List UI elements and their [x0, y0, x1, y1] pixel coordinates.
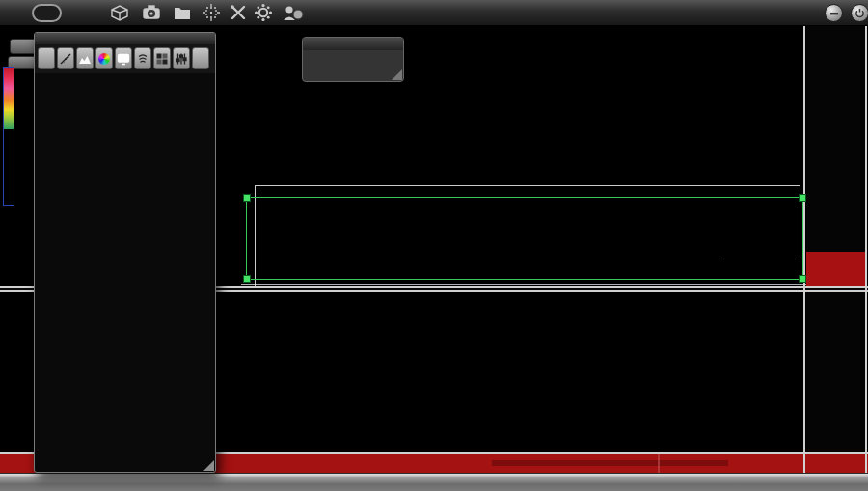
minimize-button[interactable] [825, 4, 843, 22]
sliders-icon[interactable] [173, 47, 190, 69]
blocks-icon[interactable] [153, 47, 171, 69]
status-bar [0, 473, 868, 491]
tools-icon[interactable] [227, 2, 250, 23]
fish-size-strip [806, 25, 867, 454]
size-panel-toolbar [35, 44, 215, 73]
seabed-marker-line [658, 454, 660, 473]
length-histogram [35, 252, 215, 470]
selection-handle[interactable] [243, 275, 251, 283]
folder-icon[interactable] [171, 2, 194, 23]
depth-panel [302, 37, 404, 82]
power-button[interactable] [851, 4, 868, 22]
color-palette-icon[interactable] [95, 47, 113, 69]
selection-handle[interactable] [799, 275, 806, 283]
sounder-box-icon[interactable] [108, 2, 131, 23]
resize-grip[interactable] [203, 460, 214, 471]
depth-scale-frame-line [803, 25, 805, 473]
sonar-beam-icon[interactable] [134, 47, 151, 69]
sb-button[interactable] [192, 47, 209, 69]
ts-histogram [35, 73, 215, 252]
brand-badge [32, 4, 62, 22]
color-scale-gradient [4, 68, 14, 129]
size-panel-titlebar[interactable] [35, 33, 215, 44]
size-distribution-panel [34, 32, 216, 473]
selection-handle[interactable] [243, 194, 251, 202]
selection-handle[interactable] [799, 194, 806, 202]
right-edge-frame-line [865, 25, 867, 473]
settings-gear-icon[interactable] [252, 2, 275, 23]
display-icon[interactable] [115, 47, 132, 69]
ga-button[interactable] [38, 47, 55, 69]
user-account-icon[interactable] [280, 2, 303, 23]
area-graph-icon[interactable] [76, 47, 94, 69]
snapshot-camera-icon[interactable] [140, 2, 163, 23]
seabed-smear [492, 460, 728, 466]
resize-grip[interactable] [392, 69, 402, 80]
strip-seabed-band [806, 252, 867, 287]
depth-panel-titlebar[interactable] [303, 38, 403, 50]
ruler-icon[interactable] [57, 47, 74, 69]
layout-select-icon[interactable] [200, 2, 223, 23]
color-scale [3, 67, 14, 206]
main-toolbar [0, 0, 868, 26]
fishfinder-app [0, 0, 868, 491]
selection-rect-area2[interactable] [246, 197, 803, 280]
